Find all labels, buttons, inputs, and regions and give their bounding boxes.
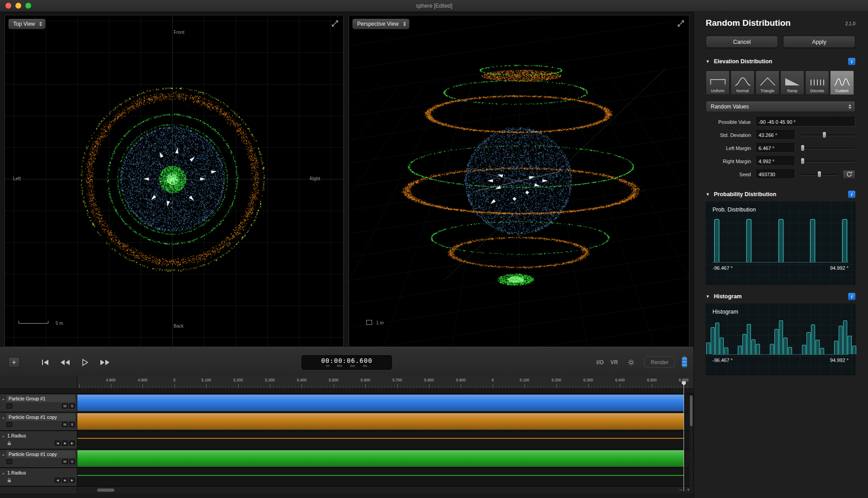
track-header[interactable]: ▸ Particle Group #1 copy M S bbox=[0, 413, 77, 430]
right-margin-slider[interactable] bbox=[800, 157, 855, 166]
slider-thumb[interactable] bbox=[801, 145, 805, 151]
solo-button[interactable]: S bbox=[69, 422, 75, 427]
disclosure-triangle-icon[interactable]: ▼ bbox=[706, 59, 710, 64]
automation-toggle[interactable] bbox=[6, 422, 12, 427]
track-lane[interactable] bbox=[77, 450, 693, 467]
perspective-view-selector[interactable]: Perspective View bbox=[352, 19, 410, 29]
ruler-tick bbox=[490, 386, 490, 388]
close-window-button[interactable] bbox=[5, 3, 11, 9]
type-ramp-button[interactable]: Ramp bbox=[780, 70, 804, 95]
top-view-selector[interactable]: Top View bbox=[8, 19, 46, 29]
automation-lane[interactable] bbox=[77, 431, 693, 449]
type-uniform-button[interactable]: Uniform bbox=[706, 70, 730, 95]
top-view-canvas[interactable] bbox=[5, 15, 343, 347]
info-icon[interactable]: i bbox=[848, 191, 855, 198]
vertical-scrollbar-thumb[interactable] bbox=[690, 395, 693, 426]
left-margin-input[interactable]: 6.467 ° bbox=[755, 143, 795, 153]
seed-input[interactable]: 493730 bbox=[755, 169, 795, 179]
zoom-out-button[interactable]: − bbox=[679, 487, 682, 493]
horizontal-scrollbar[interactable] bbox=[97, 489, 114, 492]
rewind-button[interactable] bbox=[59, 357, 71, 368]
mute-button[interactable]: M bbox=[62, 404, 68, 409]
automation-curve[interactable] bbox=[77, 475, 684, 476]
prev-keyframe-button[interactable]: ◀ bbox=[55, 441, 61, 446]
slider-thumb[interactable] bbox=[817, 171, 821, 178]
slider-thumb[interactable] bbox=[801, 158, 805, 164]
ruler-tick bbox=[343, 386, 344, 388]
fast-forward-button[interactable] bbox=[99, 357, 111, 368]
mute-button[interactable]: M bbox=[62, 422, 68, 427]
zoom-window-button[interactable] bbox=[25, 3, 31, 9]
std-deviation-slider[interactable] bbox=[800, 131, 855, 140]
gear-icon[interactable] bbox=[625, 357, 637, 368]
solo-button[interactable]: S bbox=[69, 404, 75, 409]
slider-thumb[interactable] bbox=[822, 132, 826, 138]
clip[interactable] bbox=[77, 413, 684, 430]
add-keyframe-button[interactable]: ◆ bbox=[62, 441, 68, 446]
cancel-button[interactable]: Cancel bbox=[706, 36, 778, 48]
type-triangle-button[interactable]: Triangle bbox=[755, 70, 779, 95]
apply-button[interactable]: Apply bbox=[783, 36, 855, 48]
random-values-select[interactable]: Random Values bbox=[706, 101, 855, 112]
expand-viewport-icon[interactable] bbox=[330, 19, 340, 28]
automation-curve[interactable] bbox=[77, 438, 684, 439]
track-header[interactable]: ▸ Particle Group #1 M S bbox=[0, 394, 77, 412]
automation-toggle[interactable] bbox=[6, 404, 12, 409]
play-button[interactable] bbox=[79, 357, 91, 368]
timecode-display[interactable]: 00:00:06.600 Hr Min Sec Ms bbox=[302, 355, 392, 370]
ruler-tick bbox=[156, 386, 156, 388]
std-deviation-input[interactable]: 43.266 ° bbox=[755, 130, 795, 140]
disclosure-icon[interactable]: ▸ bbox=[1, 469, 6, 485]
clip[interactable] bbox=[77, 395, 684, 411]
refresh-seed-button[interactable] bbox=[843, 170, 855, 179]
expand-viewport-icon[interactable] bbox=[676, 19, 686, 28]
next-keyframe-button[interactable]: ▶ bbox=[69, 441, 75, 446]
add-keyframe-button[interactable]: ◆ bbox=[62, 478, 68, 483]
perspective-viewport[interactable]: Perspective View 1 m bbox=[349, 15, 689, 347]
automation-toggle[interactable] bbox=[6, 459, 12, 464]
track-lane[interactable] bbox=[77, 394, 693, 412]
solo-button[interactable]: S bbox=[69, 459, 75, 464]
right-margin-input[interactable]: 4.992 ° bbox=[755, 156, 795, 166]
skip-to-start-button[interactable] bbox=[39, 357, 52, 368]
type-discrete-button[interactable]: Discrete bbox=[805, 70, 829, 95]
timeline-ruler[interactable]: 4.8004.90055.1005.2005.3005.4005.5005.60… bbox=[77, 377, 693, 389]
automation-track-header[interactable]: ▸ 1.Radius ◀ ◆ ▶ bbox=[0, 431, 77, 449]
clip[interactable] bbox=[77, 450, 684, 467]
type-normal-button[interactable]: Normal bbox=[731, 70, 755, 95]
automation-track-header[interactable]: ▸ 1.Radius ◀ ◆ ▶ bbox=[0, 468, 77, 486]
disclosure-icon[interactable]: ▸ bbox=[1, 413, 6, 429]
next-keyframe-button[interactable]: ▶ bbox=[69, 478, 75, 483]
seed-slider[interactable] bbox=[800, 170, 839, 179]
section-probability-distribution[interactable]: ▼ Probability Distribution i bbox=[706, 191, 855, 198]
add-button[interactable]: + bbox=[8, 357, 20, 368]
info-icon[interactable]: i bbox=[848, 293, 855, 300]
io-button[interactable]: I/O bbox=[596, 359, 604, 366]
left-margin-slider[interactable] bbox=[800, 144, 855, 153]
perspective-view-canvas[interactable] bbox=[349, 15, 689, 347]
prev-keyframe-button[interactable]: ◀ bbox=[55, 478, 61, 483]
track-lane[interactable] bbox=[77, 413, 693, 430]
minimize-window-button[interactable] bbox=[15, 3, 21, 9]
automation-lane[interactable] bbox=[77, 468, 693, 486]
lock-icon[interactable] bbox=[6, 441, 12, 446]
disclosure-triangle-icon[interactable]: ▼ bbox=[706, 294, 710, 299]
disclosure-icon[interactable]: ▸ bbox=[1, 451, 6, 466]
top-viewport[interactable]: Top View Front Left Right Back 5 m bbox=[5, 15, 344, 347]
section-histogram[interactable]: ▼ Histogram i bbox=[706, 293, 855, 300]
possible-value-input[interactable]: -90 -45 0 45 90 ° bbox=[755, 117, 855, 127]
horizontal-scrollbar-track[interactable]: − + bbox=[77, 487, 693, 493]
track-header[interactable]: ▸ Particle Group #1 copy M S bbox=[0, 450, 77, 467]
playhead[interactable] bbox=[684, 382, 684, 491]
section-elevation-distribution[interactable]: ▼ Elevation Distribution i bbox=[706, 58, 855, 65]
vertical-scrollbar[interactable] bbox=[689, 395, 693, 490]
disclosure-icon[interactable]: ▸ bbox=[1, 395, 6, 411]
render-button[interactable]: Render bbox=[644, 357, 675, 368]
disclosure-triangle-icon[interactable]: ▼ bbox=[706, 192, 710, 197]
mute-button[interactable]: M bbox=[62, 459, 68, 464]
lock-icon[interactable] bbox=[6, 478, 12, 483]
info-icon[interactable]: i bbox=[848, 58, 855, 65]
type-custom-button[interactable]: Custom bbox=[830, 70, 854, 95]
vr-button[interactable]: VR bbox=[610, 359, 618, 366]
disclosure-icon[interactable]: ▸ bbox=[1, 432, 6, 448]
